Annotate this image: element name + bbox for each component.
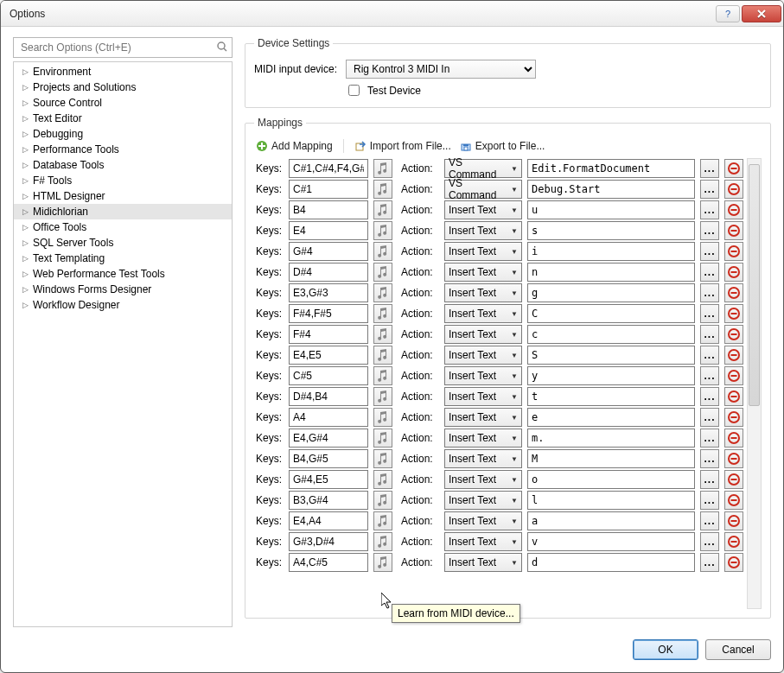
tree-node[interactable]: ▷Source Control: [14, 95, 232, 111]
tree-node[interactable]: ▷Performance Tools: [14, 142, 232, 157]
keys-input[interactable]: [289, 429, 368, 448]
tree-node[interactable]: ▷Windows Forms Designer: [14, 282, 232, 297]
action-select[interactable]: Insert Text▼: [444, 283, 522, 302]
browse-button[interactable]: ...: [700, 242, 719, 261]
delete-mapping-button[interactable]: [724, 221, 743, 240]
learn-from-midi-button[interactable]: [373, 408, 392, 427]
action-value-input[interactable]: [527, 491, 695, 510]
browse-button[interactable]: ...: [700, 200, 719, 219]
action-select[interactable]: Insert Text▼: [444, 553, 522, 572]
expand-icon[interactable]: ▷: [21, 254, 29, 263]
expand-icon[interactable]: ▷: [21, 114, 29, 123]
vertical-scrollbar[interactable]: [747, 158, 762, 609]
expand-icon[interactable]: ▷: [21, 145, 29, 154]
tree-node[interactable]: ▷Database Tools: [14, 157, 232, 173]
action-select[interactable]: Insert Text▼: [444, 429, 522, 448]
keys-input[interactable]: [289, 449, 368, 468]
browse-button[interactable]: ...: [700, 387, 719, 406]
export-to-file-button[interactable]: Export to File...: [460, 140, 545, 152]
expand-icon[interactable]: ▷: [21, 98, 29, 107]
keys-input[interactable]: [289, 553, 368, 572]
action-value-input[interactable]: [527, 200, 695, 219]
action-select[interactable]: Insert Text▼: [444, 346, 522, 365]
action-value-input[interactable]: [527, 159, 695, 178]
ok-button[interactable]: OK: [633, 639, 698, 660]
delete-mapping-button[interactable]: [724, 511, 743, 530]
action-select[interactable]: Insert Text▼: [444, 200, 522, 219]
delete-mapping-button[interactable]: [724, 532, 743, 551]
browse-button[interactable]: ...: [700, 325, 719, 344]
expand-icon[interactable]: ▷: [21, 270, 29, 278]
browse-button[interactable]: ...: [700, 180, 719, 199]
expand-icon[interactable]: ▷: [21, 192, 29, 200]
action-select[interactable]: Insert Text▼: [444, 470, 522, 489]
action-select[interactable]: Insert Text▼: [444, 532, 522, 551]
cancel-button[interactable]: Cancel: [705, 639, 771, 660]
learn-from-midi-button[interactable]: [373, 491, 392, 510]
search-input[interactable]: [19, 41, 211, 54]
keys-input[interactable]: [289, 325, 368, 344]
delete-mapping-button[interactable]: [724, 491, 743, 510]
delete-mapping-button[interactable]: [724, 346, 743, 365]
delete-mapping-button[interactable]: [724, 429, 743, 448]
tree-node[interactable]: ▷Text Templating: [14, 251, 232, 266]
delete-mapping-button[interactable]: [724, 408, 743, 427]
action-select[interactable]: Insert Text▼: [444, 221, 522, 240]
search-box[interactable]: [13, 37, 233, 58]
action-select[interactable]: Insert Text▼: [444, 511, 522, 530]
browse-button[interactable]: ...: [700, 366, 719, 385]
tree-node[interactable]: ▷Debugging: [14, 126, 232, 142]
browse-button[interactable]: ...: [700, 263, 719, 282]
action-select[interactable]: Insert Text▼: [444, 387, 522, 406]
learn-from-midi-button[interactable]: [373, 511, 392, 530]
expand-icon[interactable]: ▷: [21, 176, 29, 185]
delete-mapping-button[interactable]: [724, 242, 743, 261]
tree-node[interactable]: ▷SQL Server Tools: [14, 235, 232, 251]
keys-input[interactable]: [289, 532, 368, 551]
keys-input[interactable]: [289, 159, 368, 178]
delete-mapping-button[interactable]: [724, 304, 743, 323]
action-value-input[interactable]: [527, 221, 695, 240]
action-value-input[interactable]: [527, 553, 695, 572]
keys-input[interactable]: [289, 242, 368, 261]
delete-mapping-button[interactable]: [724, 180, 743, 199]
action-value-input[interactable]: [527, 366, 695, 385]
keys-input[interactable]: [289, 408, 368, 427]
learn-from-midi-button[interactable]: [373, 325, 392, 344]
learn-from-midi-button[interactable]: [373, 159, 392, 178]
browse-button[interactable]: ...: [700, 159, 719, 178]
test-device-checkbox[interactable]: [348, 85, 360, 96]
action-value-input[interactable]: [527, 470, 695, 489]
learn-from-midi-button[interactable]: [373, 283, 392, 302]
tree-node[interactable]: ▷F# Tools: [14, 173, 232, 188]
action-select[interactable]: VS Command▼: [444, 180, 522, 199]
learn-from-midi-button[interactable]: [373, 553, 392, 572]
import-from-file-button[interactable]: Import from File...: [354, 140, 451, 152]
close-button[interactable]: [742, 5, 781, 22]
delete-mapping-button[interactable]: [724, 387, 743, 406]
keys-input[interactable]: [289, 366, 368, 385]
action-value-input[interactable]: [527, 325, 695, 344]
browse-button[interactable]: ...: [700, 449, 719, 468]
delete-mapping-button[interactable]: [724, 366, 743, 385]
keys-input[interactable]: [289, 263, 368, 282]
action-value-input[interactable]: [527, 180, 695, 199]
browse-button[interactable]: ...: [700, 304, 719, 323]
learn-from-midi-button[interactable]: [373, 366, 392, 385]
tree-node[interactable]: ▷Projects and Solutions: [14, 79, 232, 95]
keys-input[interactable]: [289, 304, 368, 323]
action-value-input[interactable]: [527, 511, 695, 530]
delete-mapping-button[interactable]: [724, 159, 743, 178]
midi-input-device-select[interactable]: Rig Kontrol 3 MIDI In: [346, 60, 536, 79]
learn-from-midi-button[interactable]: [373, 387, 392, 406]
keys-input[interactable]: [289, 491, 368, 510]
tree-node[interactable]: ▷Workflow Designer: [14, 297, 232, 313]
action-value-input[interactable]: [527, 283, 695, 302]
action-select[interactable]: Insert Text▼: [444, 304, 522, 323]
learn-from-midi-button[interactable]: [373, 263, 392, 282]
scrollbar-thumb[interactable]: [749, 164, 760, 406]
browse-button[interactable]: ...: [700, 408, 719, 427]
learn-from-midi-button[interactable]: [373, 221, 392, 240]
add-mapping-button[interactable]: Add Mapping: [256, 140, 333, 152]
action-select[interactable]: Insert Text▼: [444, 263, 522, 282]
